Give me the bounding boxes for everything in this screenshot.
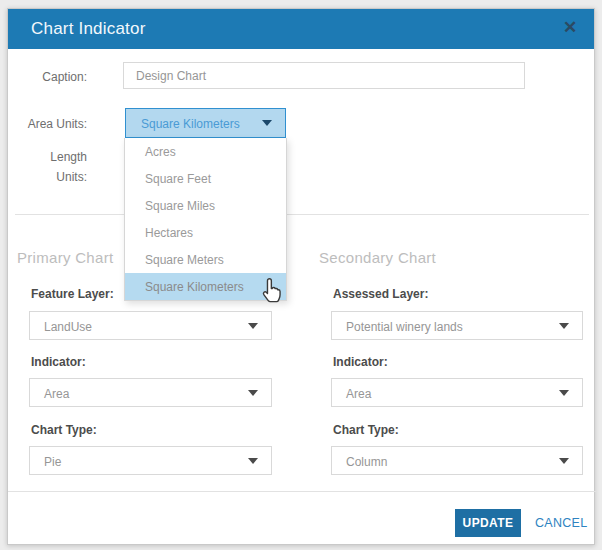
secondary-chart-heading: Secondary Chart bbox=[319, 249, 436, 266]
dropdown-option-acres[interactable]: Acres bbox=[125, 138, 286, 165]
chevron-down-icon bbox=[559, 390, 569, 396]
cancel-button[interactable]: CANCEL bbox=[535, 516, 588, 530]
feature-layer-label: Feature Layer: bbox=[31, 287, 114, 301]
primary-indicator-value: Area bbox=[44, 387, 69, 401]
length-units-label: Length Units: bbox=[31, 147, 87, 187]
footer-divider bbox=[8, 491, 596, 492]
chevron-down-icon bbox=[559, 458, 569, 464]
secondary-indicator-label: Indicator: bbox=[333, 355, 388, 369]
chevron-down-icon bbox=[559, 323, 569, 329]
dropdown-option-square-miles[interactable]: Square Miles bbox=[125, 192, 286, 219]
chevron-down-icon bbox=[248, 390, 258, 396]
update-button[interactable]: UPDATE bbox=[455, 509, 521, 537]
dropdown-option-square-kilometers[interactable]: Square Kilometers bbox=[125, 273, 286, 300]
secondary-chart-type-label: Chart Type: bbox=[333, 423, 399, 437]
area-units-selected-value: Square Kilometers bbox=[141, 117, 240, 131]
dialog-header: Chart Indicator ✕ bbox=[8, 9, 594, 49]
primary-chart-type-dropdown[interactable]: Pie bbox=[29, 446, 272, 475]
secondary-indicator-value: Area bbox=[346, 387, 371, 401]
secondary-chart-type-value: Column bbox=[346, 455, 387, 469]
section-divider bbox=[15, 214, 589, 215]
assessed-layer-dropdown[interactable]: Potential winery lands bbox=[331, 311, 583, 340]
primary-indicator-label: Indicator: bbox=[31, 355, 86, 369]
primary-chart-heading: Primary Chart bbox=[17, 249, 113, 266]
area-units-label: Area Units: bbox=[12, 117, 87, 131]
chevron-down-icon bbox=[262, 120, 272, 126]
chart-indicator-dialog: Chart Indicator ✕ Caption: Area Units: S… bbox=[7, 8, 595, 545]
dropdown-option-square-feet[interactable]: Square Feet bbox=[125, 165, 286, 192]
assessed-layer-value: Potential winery lands bbox=[346, 320, 463, 334]
dialog-title: Chart Indicator bbox=[31, 19, 146, 39]
feature-layer-dropdown[interactable]: LandUse bbox=[29, 311, 272, 340]
dropdown-option-square-meters[interactable]: Square Meters bbox=[125, 246, 286, 273]
chevron-down-icon bbox=[248, 323, 258, 329]
caption-label: Caption: bbox=[12, 70, 87, 84]
dropdown-option-hectares[interactable]: Hectares bbox=[125, 219, 286, 246]
caption-input[interactable] bbox=[123, 62, 525, 89]
area-units-options-list: Acres Square Feet Square Miles Hectares … bbox=[124, 138, 287, 301]
secondary-indicator-dropdown[interactable]: Area bbox=[331, 378, 583, 407]
area-units-dropdown[interactable]: Square Kilometers bbox=[125, 108, 286, 138]
assessed-layer-label: Assessed Layer: bbox=[333, 287, 428, 301]
primary-chart-type-label: Chart Type: bbox=[31, 423, 97, 437]
feature-layer-value: LandUse bbox=[44, 320, 92, 334]
chevron-down-icon bbox=[248, 458, 258, 464]
secondary-chart-type-dropdown[interactable]: Column bbox=[331, 446, 583, 475]
primary-indicator-dropdown[interactable]: Area bbox=[29, 378, 272, 407]
primary-chart-type-value: Pie bbox=[44, 455, 61, 469]
close-icon[interactable]: ✕ bbox=[561, 18, 579, 38]
